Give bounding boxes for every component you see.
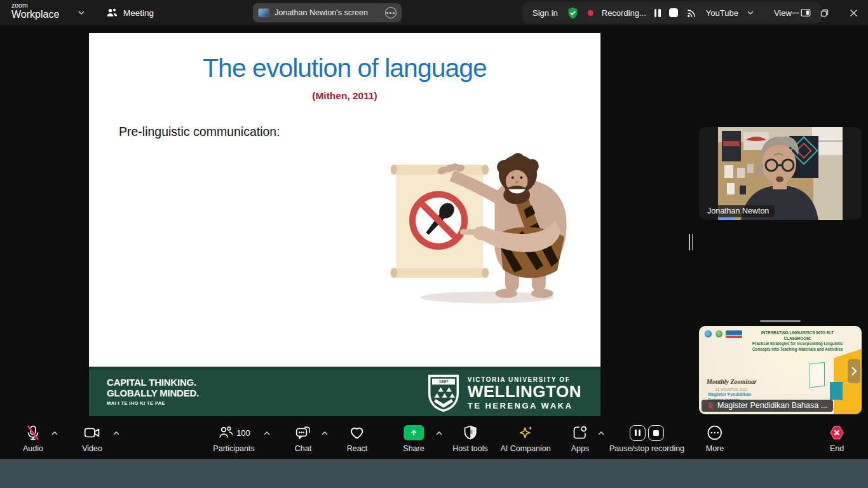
poster-event-date: 21 AGUSTUS 2021 — [715, 388, 748, 391]
pause-stop-recording-label: Pause/stop recording — [609, 444, 684, 453]
window-restore-button[interactable] — [810, 0, 839, 25]
kampus-merdeka-logo-icon — [726, 330, 742, 338]
more-button-label: More — [706, 444, 724, 453]
chat-icon — [295, 424, 312, 441]
ai-companion-button-label: AI Companion — [500, 444, 550, 453]
chevron-down-icon[interactable] — [747, 9, 754, 17]
ai-companion-button[interactable]: AI Companion — [500, 424, 550, 453]
shared-screen-label: Jonathan Newton's screen — [275, 8, 380, 17]
apps-button[interactable]: Apps — [571, 424, 590, 453]
zoom-meeting-toolbar: Audio Video 100 Participants — [0, 419, 868, 459]
camera-icon — [83, 424, 101, 441]
youtube-live-button[interactable]: YouTube — [706, 8, 738, 18]
video-button-label: Video — [82, 444, 102, 453]
tab-meeting[interactable]: Meeting — [100, 0, 159, 25]
slide-footer-banner: CAPITAL THINKING. GLOBALLY MINDED. MAI I… — [89, 367, 600, 416]
recording-dot-icon — [588, 10, 593, 16]
participants-button[interactable]: 100 Participants — [213, 424, 254, 453]
end-button-label: End — [830, 444, 844, 453]
react-button-label: React — [347, 444, 368, 453]
slide-citation: (Mithen, 2011) — [89, 90, 600, 102]
video-panel-collapse-handle[interactable] — [689, 234, 693, 250]
poster-logos — [704, 330, 742, 338]
poster-teal-graphic — [830, 382, 843, 400]
video-options-chevron[interactable] — [111, 428, 121, 438]
stop-recording-icon[interactable] — [648, 425, 664, 441]
heart-icon — [349, 424, 365, 441]
shared-screen-options-icon[interactable]: ••• — [385, 7, 397, 18]
tab-meeting-label: Meeting — [123, 8, 154, 18]
poster-title-block: INTEGRATING LINGUISTICS INTO ELT CLASSRO… — [750, 330, 845, 352]
pause-stop-recording-button[interactable]: Pause/stop recording — [609, 424, 684, 453]
meeting-status-bar: Sign in Recording... YouTube View — [522, 2, 822, 24]
audio-options-chevron[interactable] — [50, 428, 60, 438]
poster-subtitle-1: Practical Strategies for Incorporating L… — [750, 341, 845, 347]
participant-name-label: Magister Pendidikan Bahasa ... — [717, 401, 827, 410]
university-name-line3: TE HERENGA WAKA — [468, 401, 581, 410]
people-icon — [105, 6, 118, 19]
host-tools-button[interactable]: Host tools — [452, 424, 488, 453]
institution-logo-icon — [715, 330, 723, 338]
pause-recording-icon[interactable] — [630, 425, 646, 441]
apps-options-chevron[interactable] — [596, 428, 606, 438]
shared-screen-thumbnail-icon — [258, 8, 269, 17]
participants-count: 100 — [236, 428, 250, 438]
active-speaker-indicator — [718, 217, 735, 220]
audio-button-label: Audio — [23, 444, 43, 453]
chat-button[interactable]: Chat — [295, 424, 312, 453]
live-stream-icon — [686, 7, 698, 18]
shared-screen-area: The evolution of language (Mithen, 2011)… — [0, 25, 868, 419]
pause-recording-button[interactable] — [654, 9, 661, 17]
caveman-illustration — [380, 140, 577, 313]
logo-zoom-text: zoom — [11, 2, 59, 9]
muted-mic-icon — [25, 424, 41, 441]
poster-subtitle-2: Concepts into Teaching Materials and Act… — [750, 347, 845, 353]
window-minimize-button[interactable] — [780, 0, 810, 25]
end-meeting-button[interactable]: End — [829, 424, 845, 453]
host-tools-button-label: Host tools — [452, 444, 488, 453]
share-options-chevron[interactable] — [434, 428, 444, 438]
banner-line3: MAI I TE IHO KI TE PAE — [107, 401, 199, 406]
muted-mic-icon — [707, 402, 714, 410]
more-button[interactable]: More — [706, 424, 724, 453]
next-video-page-button[interactable] — [848, 359, 860, 383]
share-button[interactable]: Share — [403, 424, 424, 453]
participant-name-label: Jonathan Newton — [707, 207, 769, 215]
zoom-workplace-logo[interactable]: zoom Workplace — [11, 2, 59, 20]
slide-body-text: Pre-linguistic communication: — [119, 125, 280, 139]
university-shield-icon: 1897 — [427, 374, 460, 412]
audio-button[interactable]: Audio — [23, 424, 43, 453]
institution-logo-icon — [704, 330, 712, 338]
chevron-down-icon[interactable] — [78, 9, 85, 17]
react-button[interactable]: React — [347, 424, 368, 453]
security-shield-icon[interactable] — [566, 6, 580, 20]
banner-tagline: CAPITAL THINKING. GLOBALLY MINDED. MAI I… — [107, 377, 199, 406]
chevron-right-icon — [851, 366, 857, 376]
poster-frame-graphic — [810, 362, 825, 388]
participants-options-chevron[interactable] — [262, 428, 272, 438]
video-panel-resize-handle[interactable] — [760, 320, 801, 322]
participants-button-label: Participants — [213, 444, 254, 453]
ai-sparkle-icon — [517, 424, 534, 441]
logo-workplace-text: Workplace — [11, 10, 59, 20]
participant-video-magister-pendidikan[interactable]: INTEGRATING LINGUISTICS INTO ELT CLASSRO… — [699, 326, 862, 414]
participant-name-tag: Jonathan Newton — [702, 205, 775, 217]
video-button[interactable]: Video — [82, 424, 102, 453]
sign-in-button[interactable]: Sign in — [532, 8, 558, 18]
window-controls — [780, 0, 868, 25]
banner-line2: GLOBALLY MINDED. — [107, 388, 199, 399]
chat-button-label: Chat — [295, 444, 311, 453]
banner-line1: CAPITAL THINKING. — [107, 377, 199, 388]
apps-button-label: Apps — [571, 444, 590, 453]
window-close-button[interactable] — [839, 0, 868, 25]
university-name-line2: WELLINGTON — [468, 383, 581, 400]
more-ellipsis-icon — [707, 424, 723, 441]
poster-department-line1: Magister Pendidikan — [708, 392, 751, 398]
poster-event-name: Monthly Zoominar — [707, 378, 757, 385]
chat-options-chevron[interactable] — [320, 428, 330, 438]
poster-title: INTEGRATING LINGUISTICS INTO ELT CLASSRO… — [750, 330, 845, 341]
share-screen-icon — [403, 425, 424, 440]
shared-screen-pill[interactable]: Jonathan Newton's screen ••• — [253, 3, 402, 22]
stop-recording-button[interactable] — [669, 8, 678, 17]
participant-video-jonathan-newton[interactable]: Jonathan Newton — [699, 127, 862, 220]
